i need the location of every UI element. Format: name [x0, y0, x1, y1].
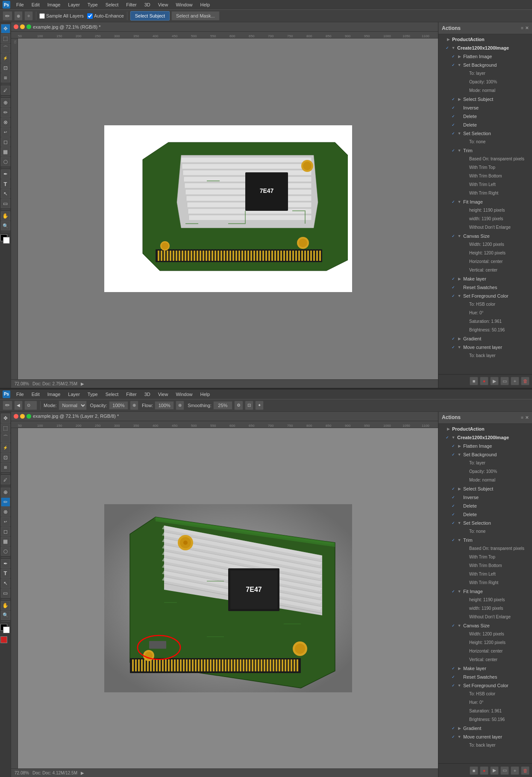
play-btn-1[interactable]: ▶ [490, 377, 499, 385]
tool-2-pen[interactable]: ✒ [1, 559, 10, 568]
tool-pen[interactable]: ✒ [1, 169, 10, 179]
step-2-set-bg[interactable]: ✓ ▼ Set Background [438, 450, 532, 459]
step-delete-2[interactable]: ✓ Delete [438, 121, 532, 129]
tool-history[interactable]: ↩ [1, 127, 10, 137]
panel-menu-2[interactable]: ≡ [521, 415, 523, 420]
panel-menu-1[interactable]: ≡ [521, 26, 523, 30]
step-flatten[interactable]: ✓ ▶ Flatten Image [438, 52, 532, 61]
delete-btn-1[interactable]: 🗑 [521, 377, 529, 385]
opacity-airbrush[interactable]: ⊕ [130, 401, 138, 410]
tool-path-select[interactable]: ↖ [1, 189, 10, 198]
step-2-fit-image[interactable]: ✓ ▼ Fit Image [438, 587, 532, 596]
tool-move[interactable]: ✥ [1, 24, 10, 33]
canvas-min-1[interactable] [20, 24, 25, 29]
tool-2-zoom[interactable]: 🔍 [1, 611, 10, 620]
menu-type-1[interactable]: Type [84, 1, 101, 8]
tool-frame[interactable]: ⊞ [1, 73, 10, 83]
action-main-row-2[interactable]: ✓ ▼ Create1200x1200Image [438, 433, 532, 442]
step-inverse[interactable]: ✓ Inverse [438, 103, 532, 112]
menu-help-2[interactable]: Help [197, 391, 214, 398]
actions-list-2[interactable]: ▶ ProductAction ✓ ▼ Create1200x1200Image… [438, 424, 532, 764]
opacity-input[interactable] [109, 401, 128, 410]
new-btn-1[interactable]: + [511, 377, 519, 385]
step-2-move-layer[interactable]: ✓ ▼ Move current layer [438, 733, 532, 741]
more-info-1[interactable]: ▶ [81, 381, 84, 386]
menu-image-1[interactable]: Image [44, 1, 64, 8]
menu-file-1[interactable]: File [13, 1, 27, 8]
canvas-viewport-2[interactable]: 7E47 [18, 428, 438, 769]
tool-2-path-select[interactable]: ↖ [1, 579, 10, 588]
step-2-inverse[interactable]: ✓ Inverse [438, 493, 532, 502]
menu-edit-2[interactable]: Edit [28, 391, 43, 398]
menu-window-2[interactable]: Window [172, 391, 196, 398]
step-gradient[interactable]: ✓ ▶ Gradient [438, 334, 532, 343]
flow-input[interactable] [155, 401, 174, 410]
panel-close-1[interactable]: ✕ [525, 26, 529, 30]
step-set-selection[interactable]: ✓ ▼ Set Selection [438, 129, 532, 138]
stop-btn-2[interactable]: ■ [470, 766, 478, 775]
menu-view-2[interactable]: View [155, 391, 172, 398]
actions-list-1[interactable]: ▶ ProductAction ✓ ▼ Create1200x1200Image… [438, 34, 532, 374]
smoothing-options[interactable]: ⚙ [234, 401, 243, 410]
folder-btn-1[interactable]: ▭ [500, 377, 509, 385]
sample-all-label[interactable]: Sample All Layers [39, 13, 84, 19]
tool-2-stamp[interactable]: ⊗ [1, 507, 10, 517]
menu-layer-2[interactable]: Layer [65, 391, 83, 398]
record-btn-1[interactable]: ● [480, 377, 488, 385]
menu-edit-1[interactable]: Edit [28, 1, 43, 8]
tool-2-eraser[interactable]: ◻ [1, 527, 10, 536]
step-canvas-size[interactable]: ✓ ▼ Canvas Size [438, 232, 532, 240]
step-2-delete-1[interactable]: ✓ Delete [438, 502, 532, 510]
step-trim[interactable]: ✓ ▼ Trim [438, 146, 532, 155]
tool-options-2[interactable]: ✧ [24, 11, 33, 21]
tool-marquee[interactable]: ⬚ [1, 34, 10, 43]
tool-crop[interactable]: ⊡ [1, 63, 10, 73]
menu-filter-1[interactable]: Filter [123, 1, 140, 8]
color-swatches-2[interactable] [0, 624, 11, 634]
main-toggle[interactable]: ▼ [450, 44, 456, 52]
tool-2-eyedropper[interactable]: 🖊 [1, 475, 10, 485]
step-2-gradient[interactable]: ✓ ▶ Gradient [438, 724, 532, 733]
canvas-viewport-1[interactable]: 7E47 [18, 38, 438, 379]
tool-2-crop[interactable]: ⊡ [1, 453, 10, 462]
action-group-row-2[interactable]: ▶ ProductAction [438, 425, 532, 433]
folder-btn-2[interactable]: ▭ [500, 766, 509, 775]
step-delete-1[interactable]: ✓ Delete [438, 112, 532, 121]
tool-2-brush[interactable]: ✏ [1, 497, 10, 507]
canvas-max-2[interactable] [26, 414, 31, 419]
tool-zoom[interactable]: 🔍 [1, 221, 10, 230]
tool-2-quick-select[interactable]: ⚡ [1, 443, 10, 452]
menu-file-2[interactable]: File [13, 391, 27, 398]
tool-blur[interactable]: ◯ [1, 157, 10, 166]
step-move-layer[interactable]: ✓ ▼ Move current layer [438, 343, 532, 352]
step-select-subject[interactable]: ✓ ▶ Select Subject [438, 95, 532, 103]
tool-2-frame[interactable]: ⊞ [1, 463, 10, 472]
tool-quick-select[interactable]: ⚡ [1, 53, 10, 63]
more-info-2[interactable]: ▶ [81, 771, 84, 775]
tool-brush[interactable]: ✏ [1, 108, 10, 117]
brush-tool-btn[interactable]: ✏ [3, 11, 12, 21]
menu-3d-1[interactable]: 3D [141, 1, 154, 8]
flow-airbrush[interactable]: ⊛ [176, 401, 184, 410]
tool-2-marquee[interactable]: ⬚ [1, 423, 10, 433]
step-make-layer[interactable]: ✓ ▶ Make layer [438, 275, 532, 283]
canvas-image-area-1[interactable]: 7E47 [104, 125, 352, 292]
canvas-image-area-2[interactable]: 7E47 [104, 502, 352, 694]
tool-healing[interactable]: ⊕ [1, 98, 10, 107]
action-group-row[interactable]: ▶ ProductAction [438, 35, 532, 44]
step-2-set-selection[interactable]: ✓ ▼ Set Selection [438, 519, 532, 527]
brush-picker[interactable]: ⊙ [24, 401, 37, 410]
brush-tool-btn-2[interactable]: ✏ [3, 401, 12, 410]
menu-3d-2[interactable]: 3D [141, 391, 154, 398]
step-2-make-layer[interactable]: ✓ ▶ Make layer [438, 664, 532, 673]
tool-2-lasso[interactable]: ⌒ [1, 433, 10, 443]
menu-layer-1[interactable]: Layer [65, 1, 83, 8]
action-main-row[interactable]: ✓ ▼ Create1200x1200Image [438, 44, 532, 52]
tool-2-blur[interactable]: ◯ [1, 547, 10, 556]
canvas-max-1[interactable] [26, 24, 31, 29]
canvas-min-2[interactable] [20, 414, 25, 419]
sample-all-checkbox[interactable] [39, 13, 45, 19]
delete-btn-2[interactable]: 🗑 [521, 766, 529, 775]
tool-2-move[interactable]: ✥ [1, 414, 10, 423]
tool-gradient[interactable]: ▦ [1, 147, 10, 157]
